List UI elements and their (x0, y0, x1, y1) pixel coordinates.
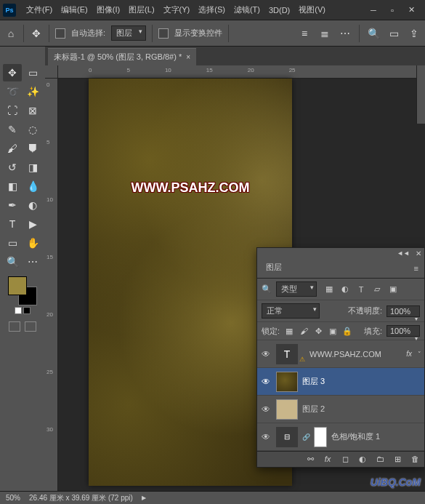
foreground-color[interactable] (8, 276, 27, 295)
visibility-toggle[interactable]: 👁 (260, 349, 272, 359)
fx-badge[interactable]: fx (406, 350, 412, 358)
history-brush-tool[interactable]: ↺ (3, 159, 22, 176)
ruler-horizontal[interactable]: 0 5 10 15 20 25 (58, 65, 425, 79)
menu-view[interactable]: 视图(V) (294, 1, 330, 18)
layer-item[interactable]: 👁 图层 3 (257, 368, 424, 396)
ruler-origin[interactable] (45, 65, 58, 79)
visibility-toggle[interactable]: 👁 (260, 404, 272, 415)
layer-name[interactable]: 图层 3 (302, 376, 421, 387)
filter-type-icon[interactable]: T (356, 284, 366, 295)
ruler-vertical[interactable]: 0 5 10 15 20 25 30 (45, 79, 58, 491)
filter-shape-icon[interactable]: ▱ (372, 284, 382, 295)
status-disclosure-icon[interactable]: ▶ (142, 495, 146, 501)
mask-mode-toggle[interactable] (9, 321, 36, 332)
distribute-icon[interactable]: ⋯ (339, 27, 352, 40)
arrange-icon[interactable]: ▭ (387, 27, 400, 40)
layer-item-text[interactable]: 👁 T ⚠ WWW.PSAHZ.COM fx ˅ (257, 340, 424, 368)
add-mask-icon[interactable]: ◻ (340, 455, 350, 464)
clone-stamp-tool[interactable]: ⛊ (23, 140, 42, 157)
pen-tool[interactable]: ✒ (3, 196, 22, 214)
type-tool[interactable]: T (3, 215, 22, 233)
menu-select[interactable]: 选择(S) (194, 1, 230, 18)
move-tool[interactable]: ✥ (3, 64, 22, 81)
menu-edit[interactable]: 编辑(E) (57, 1, 92, 18)
edit-toolbar[interactable]: ⋯ (23, 253, 42, 271)
align-icon[interactable]: ≣ (318, 27, 331, 40)
auto-select-checkbox[interactable] (55, 28, 65, 39)
menu-file[interactable]: 文件(F) (22, 1, 57, 18)
add-adjustment-icon[interactable]: ◐ (357, 455, 368, 464)
fx-expand-icon[interactable]: ˅ (418, 351, 421, 358)
swatch-switch[interactable] (15, 307, 31, 314)
align-icon[interactable]: ≡ (298, 27, 311, 40)
auto-select-mode-dropdown[interactable]: 图层 (111, 25, 146, 41)
filter-smart-icon[interactable]: ▣ (388, 284, 398, 295)
eyedropper-tool[interactable]: ✎ (3, 121, 22, 138)
hand-tool[interactable]: ✋ (23, 234, 42, 252)
close-tab-icon[interactable]: × (186, 53, 190, 61)
layers-tab[interactable]: 图层 (260, 258, 288, 278)
layer-name[interactable]: 图层 2 (302, 404, 421, 415)
lock-all-icon[interactable]: 🔒 (342, 327, 352, 336)
maximize-button[interactable]: ▫ (387, 5, 397, 15)
canvas-text-layer[interactable]: WWW.PSAHZ.COM (131, 180, 250, 196)
crop-tool[interactable]: ⛶ (3, 102, 22, 119)
shape-tool[interactable]: ▭ (3, 234, 22, 252)
new-group-icon[interactable]: 🗀 (375, 455, 385, 464)
link-layers-icon[interactable]: ⚯ (305, 455, 315, 464)
close-panel-icon[interactable]: ✕ (416, 249, 421, 257)
menu-type[interactable]: 文字(Y) (159, 1, 195, 18)
gradient-tool[interactable]: ◧ (3, 177, 22, 195)
show-transform-checkbox[interactable] (158, 28, 169, 39)
zoom-tool[interactable]: 🔍 (3, 253, 22, 271)
blur-tool[interactable]: 💧 (23, 177, 42, 195)
dodge-tool[interactable]: ◐ (23, 196, 42, 214)
fill-input[interactable]: 100% (386, 325, 420, 337)
lock-position-icon[interactable]: ✥ (313, 327, 323, 336)
menu-filter[interactable]: 滤镜(T) (230, 1, 264, 18)
document-size[interactable]: 26.46 厘米 x 39.69 厘米 (72 ppi) (29, 493, 133, 503)
layer-thumbnail[interactable] (276, 372, 298, 392)
layer-name[interactable]: WWW.PSAHZ.COM (309, 350, 402, 359)
search-icon[interactable]: 🔍 (262, 284, 272, 294)
share-icon[interactable]: ⇪ (408, 27, 421, 40)
home-icon[interactable]: ⌂ (4, 27, 17, 40)
lasso-tool[interactable]: ➰ (3, 83, 22, 100)
minimize-button[interactable]: ─ (368, 5, 379, 15)
adjustment-icon[interactable]: ⊟ (276, 427, 298, 447)
search-icon[interactable]: 🔍 (367, 27, 380, 40)
color-swatches[interactable] (8, 276, 37, 305)
lock-image-icon[interactable]: 🖌 (299, 327, 309, 335)
frame-tool[interactable]: ⊠ (23, 102, 42, 119)
brush-tool[interactable]: 🖌 (3, 140, 22, 157)
lock-artboard-icon[interactable]: ▣ (328, 327, 338, 336)
selection-tool[interactable]: ◌ (23, 121, 42, 138)
layer-thumbnail-type[interactable]: T (276, 344, 298, 364)
panel-menu-icon[interactable]: ≡ (411, 261, 421, 276)
layer-item[interactable]: 👁 图层 2 (257, 396, 424, 423)
document-tab[interactable]: 未标题-1 @ 50% (图层 3, RGB/8#) * × (48, 48, 196, 65)
layer-mask-thumbnail[interactable] (314, 427, 327, 447)
layer-thumbnail[interactable] (276, 399, 298, 420)
marquee-tool[interactable]: ▭ (23, 64, 42, 81)
layer-name[interactable]: 色相/饱和度 1 (331, 431, 421, 442)
filter-adjustment-icon[interactable]: ◐ (340, 284, 350, 295)
menu-image[interactable]: 图像(I) (92, 1, 124, 18)
layer-item-adjustment[interactable]: 👁 ⊟ 🔗 色相/饱和度 1 (257, 423, 424, 451)
filter-type-dropdown[interactable]: 类型 (276, 281, 317, 297)
visibility-toggle[interactable]: 👁 (260, 377, 272, 387)
new-layer-icon[interactable]: ⊞ (392, 455, 402, 464)
menu-3d[interactable]: 3D(D) (264, 3, 294, 17)
menu-layer[interactable]: 图层(L) (124, 1, 158, 18)
visibility-toggle[interactable]: 👁 (260, 432, 272, 442)
magic-wand-tool[interactable]: ✨ (23, 83, 42, 100)
panel-dock-collapsed[interactable] (416, 65, 425, 124)
close-button[interactable]: ✕ (406, 5, 416, 15)
layer-style-icon[interactable]: fx (323, 455, 333, 464)
eraser-tool[interactable]: ◨ (23, 159, 42, 176)
blend-mode-dropdown[interactable]: 正常 (262, 303, 320, 319)
collapse-panel-icon[interactable]: ◄◄ (397, 249, 410, 257)
path-select-tool[interactable]: ▶ (23, 215, 42, 233)
delete-layer-icon[interactable]: 🗑 (410, 455, 420, 464)
move-tool-icon[interactable]: ✥ (30, 27, 43, 40)
